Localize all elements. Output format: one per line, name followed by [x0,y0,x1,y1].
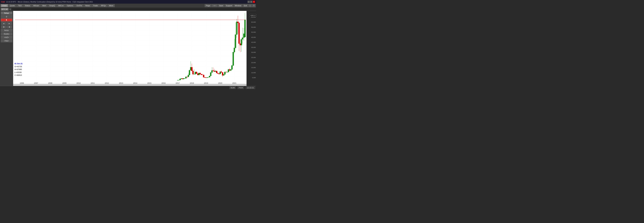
menu-btn-status[interactable]: Status [24,4,32,7]
price-label-55000: 55,000 [251,26,256,28]
menu-right-save[interactable]: Save [218,4,224,7]
rescl-button[interactable]: ReScl [1,29,12,32]
menu-btn-ts[interactable]: T&S [17,4,23,7]
app-logo: CQG [1,1,5,3]
menu-btn-quote[interactable]: Quote [8,4,16,7]
tab-btcm[interactable]: BTC,M [1,8,8,11]
ohlc-overlay: 01 Oct 21 O=43735 H=67680 L=43330 C=6081… [14,62,22,77]
nav-row-1: ◄ ► [1,22,12,25]
current-price-badge: 60819 [250,14,256,17]
studies-button[interactable]: Studies [1,32,12,35]
menu-bar-right: Page─+─SaveSupportWindowExit□? [205,4,256,7]
title-bar: CQG 12:22:20 BTC - Bitcoin (Globex), Mon… [0,0,256,4]
menu-btn-trade[interactable]: Trade [92,4,99,7]
menu-right-exit[interactable]: Exit [243,4,248,7]
price-axis: 60819 5,00010,00015,00020,00025,00030,00… [246,11,256,86]
price-label-10000: 10,000 [251,72,256,73]
page-indicator: P004 [238,86,244,89]
price-label-50000: 50,000 [251,31,256,33]
printer-icon: 🖨 [6,16,8,18]
maximize-button[interactable]: □ [250,1,252,3]
price-label-35000: 35,000 [251,47,256,48]
menu-right-page[interactable]: Page [205,4,211,7]
price-label-45000: 45,000 [251,37,256,38]
price-label-5000: 5,000 [252,77,256,78]
price-label-60000: 60,000 [251,21,256,23]
menu-btn-chart[interactable]: Chart [1,4,8,7]
menu-right-support[interactable]: Support [224,4,233,7]
price-label-20000: 20,000 [251,62,256,63]
hist-button[interactable]: <Hist> [1,39,12,42]
menu-btn-snapq[interactable]: SnapQ [48,4,56,7]
menu-btn-allcon[interactable]: AllCon [57,4,65,7]
title-bar-controls: ─ □ ✕ [248,1,255,3]
add-button-1[interactable]: ✚ [1,26,6,28]
price-label-40000: 40,000 [251,41,256,43]
price-label-25000: 25,000 [251,57,256,58]
menu-btn-options[interactable]: Options [66,4,75,7]
prev-button[interactable]: ◄ [1,22,6,25]
menu-btn-news[interactable]: News [84,4,92,7]
minimize-button[interactable]: ─ [248,1,250,3]
tab-add[interactable]: + [9,8,11,11]
ohlc-date: 01 Oct 21 [14,62,22,65]
tab-bar: BTC,M + [0,8,256,11]
ohlc-high: H=67680 [14,68,22,71]
title-bar-left: CQG 12:22:20 BTC - Bitcoin (Globex), Mon… [1,1,93,3]
menu-btn-more[interactable]: More [108,4,115,7]
close-button[interactable]: ✕ [253,1,255,3]
price-label-30000: 30,000 [251,52,256,53]
menu-btn-rfqs[interactable]: RFQs [100,4,107,7]
title-text: 12:22:20 BTC - Bitcoin (Globex), Monthly… [6,1,93,3]
price-label-15000: 15,000 [251,67,256,68]
next-button[interactable]: ► [7,22,12,25]
ohlc-open: O=43735 [14,65,22,68]
sidebar: Setup 🖨 € ◄ ► ✚ ✚ ReScl Studies <IntD> <… [0,11,13,86]
setup-button[interactable]: Setup [1,12,12,15]
print-button[interactable]: 🖨 [1,15,12,18]
menu-right-[interactable]: □ [248,4,252,7]
intd-button[interactable]: <IntD> [1,36,12,39]
time-indicator: 12:22:21 [246,86,255,89]
menu-btn-ordtkt[interactable]: OrdTkt [75,4,84,7]
menu-right-window[interactable]: Window [234,4,242,7]
menu-right-[interactable]: ─+─ [212,4,218,7]
menu-bar-left: ChartQuoteT&SStatusMScanAlertSnapQAllCon… [1,4,115,7]
nav-row-2: ✚ ✚ [1,26,12,28]
menu-btn-mscan[interactable]: MScan [32,4,40,7]
menu-btn-alert[interactable]: Alert [41,4,48,7]
main-area: Setup 🖨 € ◄ ► ✚ ✚ ReScl Studies <IntD> <… [0,11,256,86]
add-button-2[interactable]: ✚ [7,26,12,28]
euro-icon: € [6,19,7,21]
ohlc-low: L=43330 [14,71,22,74]
chart-scrollbar[interactable] [13,84,246,86]
chart-wrapper: 01 Oct 21 O=43735 H=67680 L=43330 C=6081… [13,11,246,86]
status-bar: NUM P004 12:22:21 [0,86,256,89]
num-indicator: NUM [230,86,236,89]
menu-bar: ChartQuoteT&SStatusMScanAlertSnapQAllCon… [0,4,256,8]
menu-right-[interactable]: ? [252,4,256,7]
ohlc-close: C=60810 [14,74,22,77]
chart-canvas[interactable] [13,11,246,86]
euro-button[interactable]: € [1,19,12,22]
